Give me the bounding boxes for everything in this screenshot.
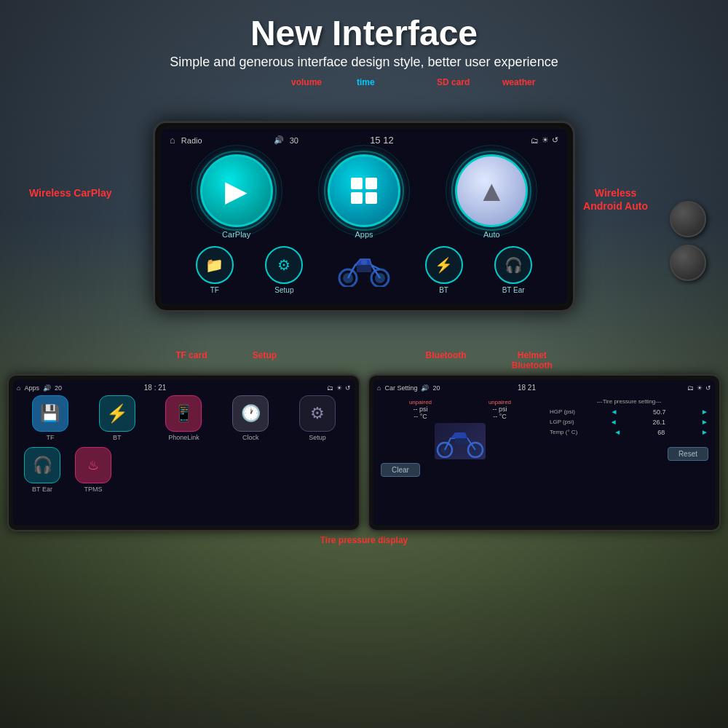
brightness-icon: ☀ — [542, 135, 549, 145]
bt-label: BT — [439, 286, 448, 294]
tpms-label: TPMS — [84, 486, 102, 493]
setup-app-icon: ⚙ — [299, 395, 336, 432]
tire-visual: unpaired -- psi -- °C unpaired -- psi --… — [377, 395, 543, 480]
car-setting-content: unpaired -- psi -- °C unpaired -- psi --… — [377, 395, 711, 480]
car-title: Car Setting — [384, 384, 417, 392]
volume-label: volume — [291, 77, 322, 87]
car-back-icon: ↺ — [705, 384, 711, 392]
apps-vol-value: 20 — [55, 384, 62, 392]
lgp-right-arrow[interactable]: ► — [701, 418, 708, 426]
apps-time: 18 : 21 — [144, 384, 167, 392]
right-psi: -- psi — [488, 405, 511, 413]
time-display: 15 12 — [370, 135, 394, 146]
bt-ear-app[interactable]: 🎧 BT Ear — [24, 447, 60, 493]
clear-button[interactable]: Clear — [381, 463, 420, 477]
temp-right-arrow[interactable]: ► — [701, 428, 708, 436]
setup-icon: ⚙ — [265, 246, 303, 284]
car-brightness-icon: ☀ — [697, 384, 703, 392]
apps-vol-icon: 🔊 — [43, 384, 51, 392]
page-subtitle: Simple and generous interface design sty… — [7, 55, 721, 70]
knob-1[interactable] — [670, 201, 706, 237]
wireless-carplay-label: Wireless CarPlay — [29, 186, 112, 199]
helmet-bt-label: HelmetBluetooth — [512, 350, 553, 371]
car-status-bar: ⌂ Car Setting 🔊 20 18 21 🗂 ☀ ↺ — [377, 384, 711, 392]
tire-bottom-btns: Clear — [381, 463, 539, 477]
temp-label: Temp (° C) — [550, 429, 577, 435]
tf-button[interactable]: 📁 TF — [196, 246, 234, 294]
tf-icon: 📁 — [196, 246, 234, 284]
car-sd-icon: 🗂 — [687, 384, 694, 392]
tf-app[interactable]: 💾 TF — [32, 395, 68, 441]
sd-icon: 🗂 — [531, 136, 539, 145]
apps-row-1: 💾 TF ⚡ BT 📱 PhoneLink 🕐 Clock — [17, 395, 351, 441]
bt-ear-button[interactable]: 🎧 BT Ear — [494, 246, 532, 294]
left-tire-info: unpaired -- psi -- °C — [409, 399, 432, 420]
apps-status-bar: ⌂ Apps 🔊 20 18 : 21 🗂 ☀ ↺ — [17, 384, 351, 392]
volume-value: 30 — [290, 136, 298, 145]
clock-label: Clock — [242, 434, 259, 441]
auto-button[interactable]: ▲ Auto — [455, 154, 528, 239]
main-screen: ⌂ Radio 🔊 30 15 12 🗂 ☀ ↺ — [161, 129, 567, 304]
header: New Interface Simple and generous interf… — [7, 7, 721, 73]
hgp-value: 50.7 — [653, 408, 666, 416]
phonelink-icon: 📱 — [165, 395, 202, 432]
bt-button[interactable]: ⚡ BT — [425, 246, 463, 294]
lgp-label: LGP (psi) — [550, 419, 574, 425]
temp-setting: Temp (° C) ◄ 68 ► — [550, 428, 708, 436]
home-icon: ⌂ — [170, 135, 175, 146]
bt-app[interactable]: ⚡ BT — [99, 395, 135, 441]
tire-row: unpaired -- psi -- °C unpaired -- psi --… — [381, 399, 539, 420]
moto-svg — [335, 250, 393, 287]
knob-2[interactable] — [670, 245, 706, 281]
car-moto-svg — [435, 425, 486, 458]
tire-settings-title: ---Tire pressure setting--- — [550, 398, 708, 405]
hgp-label: HGP (psi) — [550, 408, 575, 415]
svg-point-4 — [361, 259, 367, 265]
setup-label: Setup — [274, 286, 293, 294]
clock-app[interactable]: 🕐 Clock — [232, 395, 269, 441]
hgp-left-arrow[interactable]: ◄ — [611, 408, 618, 416]
knobs-container — [670, 201, 706, 281]
apps-title: Apps — [24, 384, 39, 392]
main-buttons-row: ▶ CarPlay Apps — [165, 150, 563, 243]
carplay-icon: ▶ — [225, 174, 248, 207]
page-title: New Interface — [7, 13, 721, 53]
right-temp: -- °C — [488, 413, 511, 420]
tire-settings-panel: ---Tire pressure setting--- HGP (psi) ◄ … — [547, 395, 711, 480]
setup-button[interactable]: ⚙ Setup — [265, 246, 303, 294]
time-label: time — [357, 77, 375, 87]
back-icon: ↺ — [552, 135, 558, 145]
setup-app-label: Setup — [309, 434, 326, 441]
hgp-setting: HGP (psi) ◄ 50.7 ► — [550, 408, 708, 416]
car-right-icons: 🗂 ☀ ↺ — [687, 384, 711, 392]
tpms-app[interactable]: ♨ TPMS — [75, 447, 111, 493]
tf-card-label: TF card — [175, 350, 207, 371]
car-time: 18 21 — [518, 384, 536, 392]
hgp-right-arrow[interactable]: ► — [701, 408, 708, 416]
bt-ear-label: BT Ear — [502, 286, 525, 294]
lgp-setting: LGP (psi) ◄ 26.1 ► — [550, 418, 708, 426]
bt-ear-app-icon: 🎧 — [24, 447, 60, 483]
volume-icon: 🔊 — [274, 135, 284, 145]
carplay-button[interactable]: ▶ CarPlay — [200, 154, 273, 239]
setup-app[interactable]: ⚙ Setup — [299, 395, 336, 441]
tf-app-icon: 💾 — [32, 395, 68, 432]
wireless-android-label: WirelessAndroid Auto — [583, 186, 648, 213]
apps-back-icon: ↺ — [345, 384, 351, 392]
tf-app-label: TF — [46, 434, 54, 441]
bluetooth-label: Bluetooth — [426, 350, 467, 371]
motorcycle-image — [335, 250, 393, 290]
car-setting-device: ⌂ Car Setting 🔊 20 18 21 🗂 ☀ ↺ — [368, 374, 721, 531]
left-tire-status: unpaired — [409, 399, 432, 405]
bt-ear-icon: 🎧 — [494, 246, 532, 284]
apps-button[interactable]: Apps — [328, 154, 400, 239]
bt-app-label: BT — [113, 434, 122, 441]
phonelink-app[interactable]: 📱 PhoneLink — [165, 395, 202, 441]
temp-left-arrow[interactable]: ◄ — [614, 428, 621, 436]
left-temp: -- °C — [409, 413, 432, 420]
apps-grid-icon — [348, 175, 380, 207]
reset-button[interactable]: Reset — [668, 447, 708, 461]
lgp-left-arrow[interactable]: ◄ — [610, 418, 617, 426]
tf-label: TF — [210, 286, 219, 294]
apps-mini-device: ⌂ Apps 🔊 20 18 : 21 🗂 ☀ ↺ 💾 TF — [7, 374, 360, 531]
